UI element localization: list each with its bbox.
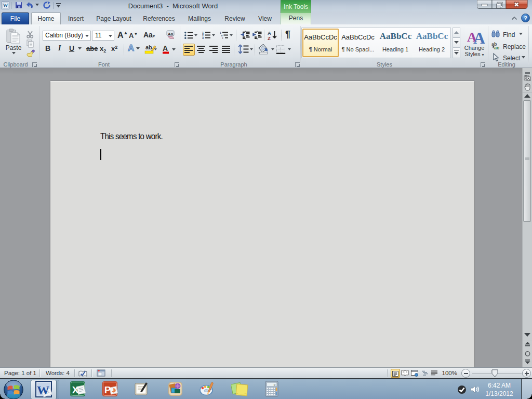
svg-text:A: A	[473, 29, 485, 45]
svg-text:ac: ac	[494, 45, 499, 50]
svg-text:X: X	[72, 384, 79, 395]
svg-text:A: A	[163, 44, 168, 52]
svg-text:W: W	[37, 383, 49, 397]
svg-text:Z: Z	[268, 35, 271, 41]
svg-text:ab: ab	[145, 44, 152, 50]
svg-text:i: i	[222, 36, 223, 39]
svg-text:Aa: Aa	[168, 32, 174, 36]
svg-text:?: ?	[524, 15, 527, 21]
svg-text:W: W	[3, 3, 8, 8]
svg-text:3: 3	[202, 36, 204, 39]
svg-text:P: P	[104, 384, 111, 395]
